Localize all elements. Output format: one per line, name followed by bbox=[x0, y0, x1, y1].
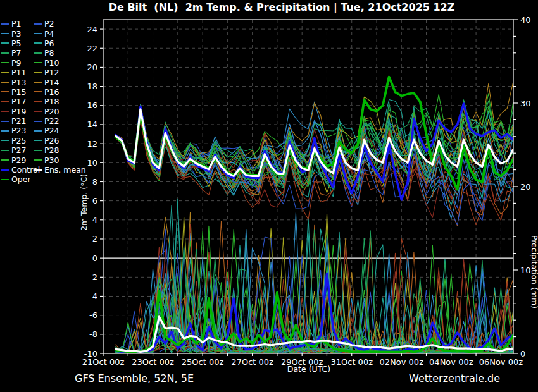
meteogram-canvas: -10-8-6-4-202468101214161820222401020304… bbox=[0, 0, 538, 392]
precip-tick-label: 30 bbox=[520, 99, 531, 108]
date-tick-label: 04Nov 00z bbox=[429, 357, 473, 367]
temp-tick-label: 18 bbox=[87, 82, 97, 91]
temp-tick-label: -2 bbox=[89, 273, 97, 282]
temp-tick-label: 14 bbox=[87, 119, 97, 129]
date-tick-label: 25Oct 00z bbox=[182, 357, 224, 367]
precip-tick-label: 10 bbox=[520, 266, 531, 275]
temp-tick-label: 2 bbox=[92, 234, 97, 243]
temp-tick-label: -8 bbox=[89, 329, 97, 339]
footer-brand: Wetterzentrale.de bbox=[409, 372, 500, 384]
y-right-axis-title: Precipitation (mm) bbox=[530, 235, 538, 309]
temp-tick-label: 4 bbox=[92, 215, 97, 224]
precip-tick-label: 20 bbox=[520, 182, 531, 192]
temp-tick-label: 6 bbox=[92, 196, 97, 205]
series-layer bbox=[116, 77, 513, 354]
temp-tick-label: 8 bbox=[92, 177, 97, 187]
date-tick-label: 31Oct 00z bbox=[330, 357, 373, 367]
member-temp-line-p28 bbox=[116, 102, 513, 189]
meteogram-page: De Bilt (NL) 2m Temp. & Precipitation | … bbox=[0, 0, 538, 392]
temp-tick-label: 16 bbox=[87, 101, 97, 110]
temp-tick-label: 24 bbox=[87, 25, 97, 34]
date-tick-label: 23Oct 00z bbox=[132, 357, 174, 367]
y-left-axis-title: 2m Temp. (°C) bbox=[79, 174, 89, 231]
temp-tick-label: -6 bbox=[89, 310, 97, 320]
temp-tick-label: 12 bbox=[87, 139, 97, 149]
footer-model-info: GFS Ensemble, 52N, 5E bbox=[75, 372, 194, 384]
date-tick-label: 27Oct 00z bbox=[231, 357, 273, 367]
temp-tick-label: -4 bbox=[89, 291, 97, 301]
date-tick-label: 02Nov 00z bbox=[380, 357, 424, 367]
temp-tick-label: 22 bbox=[87, 44, 97, 53]
plot-dynamic-layer: -10-8-6-4-202468101214161820222401020304… bbox=[82, 15, 531, 367]
date-tick-label: 21Oct 00z bbox=[82, 357, 125, 367]
temp-tick-label: 20 bbox=[87, 63, 97, 72]
temp-tick-label: 0 bbox=[92, 254, 97, 263]
x-axis-title: Date (UTC) bbox=[287, 364, 330, 374]
date-tick-label: 06Nov 00z bbox=[479, 357, 523, 367]
precip-tick-label: 40 bbox=[520, 15, 531, 25]
temp-tick-label: 10 bbox=[87, 158, 97, 168]
